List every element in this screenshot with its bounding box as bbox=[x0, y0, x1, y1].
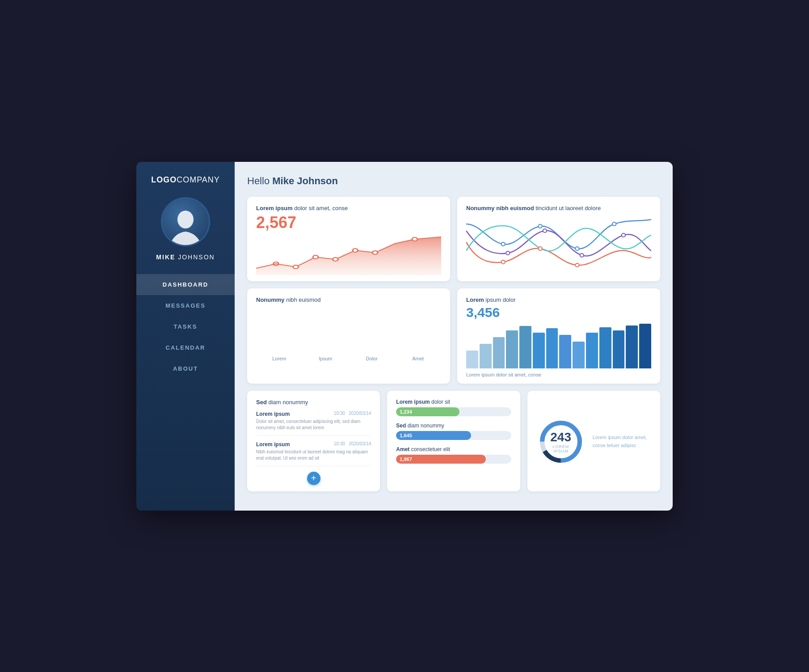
col-bar bbox=[559, 335, 571, 368]
col-bar bbox=[626, 325, 638, 368]
donut-description: Lorem ipsum dolor amet, conse tetuer adi… bbox=[593, 434, 651, 449]
card1-title-bold: Lorem ipsum bbox=[256, 205, 293, 211]
card5-title: Sed diam nonummy bbox=[256, 399, 371, 406]
svg-point-16 bbox=[501, 260, 505, 264]
prog-bar-fill-1: 1,234 bbox=[396, 407, 459, 416]
user-light: JOHNSON bbox=[175, 254, 215, 261]
list-item-text: Nibh euismod tincidunt ut laoreet dolore… bbox=[256, 449, 371, 461]
list-item-title: Lorem ipsum bbox=[256, 441, 290, 448]
mid-row: Nonummy nibh euismod bbox=[247, 288, 660, 384]
donut-number: 243 LOREM IPSUM bbox=[548, 430, 573, 453]
line-chart bbox=[466, 215, 651, 269]
svg-point-10 bbox=[575, 247, 579, 250]
svg-point-13 bbox=[543, 229, 547, 232]
bar-chart bbox=[256, 308, 441, 352]
card4-title-rest: ipsum dolor bbox=[484, 296, 516, 303]
sidebar-item-messages[interactable]: MESSAGES bbox=[136, 295, 235, 316]
svg-point-6 bbox=[372, 251, 378, 254]
prog-label-3: Amet consectetuer elit bbox=[396, 446, 511, 452]
sidebar-item-dashboard[interactable]: DASHBOARD bbox=[136, 274, 235, 295]
svg-point-18 bbox=[575, 263, 579, 267]
col-bar bbox=[573, 342, 585, 368]
card4-number: 3,456 bbox=[466, 305, 651, 320]
card-progress: Lorem ipsum dolor sit 1,234 Sed diam non… bbox=[387, 391, 520, 491]
bar-label-lorem: Lorem bbox=[256, 356, 303, 361]
card2-title-rest: tincidunt ut laoreet dolore bbox=[534, 205, 601, 211]
card3-title: Nonummy nibh euismod bbox=[256, 296, 441, 303]
logo-light: COMPANY bbox=[177, 175, 220, 184]
svg-point-15 bbox=[622, 233, 625, 237]
greeting: Hello Mike Johnson bbox=[247, 175, 660, 187]
col-bar bbox=[480, 344, 492, 368]
card-column-chart: Lorem ipsum dolor 3,456 bbox=[457, 288, 660, 384]
sidebar-item-tasks[interactable]: TASKS bbox=[136, 316, 235, 337]
avatar bbox=[161, 197, 210, 246]
card-list: Sed diam nonummy Lorem ipsum 10:30 2020/… bbox=[247, 391, 380, 491]
donut-sublabel: LOREM IPSUM bbox=[548, 444, 573, 453]
col-bar bbox=[546, 328, 558, 368]
bar-label-ipsum: Ipsum bbox=[303, 356, 349, 361]
svg-point-7 bbox=[412, 237, 417, 241]
svg-point-4 bbox=[333, 258, 338, 261]
prog-bar-fill-3: 1,967 bbox=[396, 455, 486, 464]
prog-bar-fill-2: 1,645 bbox=[396, 431, 471, 440]
card1-title-rest: dolor sit amet, conse bbox=[293, 205, 348, 211]
svg-point-3 bbox=[313, 255, 318, 259]
col-bar bbox=[493, 337, 505, 368]
bar-label-dolor: Dolor bbox=[349, 356, 395, 361]
list-item: Lorem ipsum 10:30 2020/03/14 Dolor sit a… bbox=[256, 411, 371, 436]
col-bar bbox=[599, 327, 611, 368]
list-item-header: Lorem ipsum 10:30 2020/03/14 bbox=[256, 441, 371, 448]
card4-subtitle: Lorem ipsum dolor sit amet, conse bbox=[466, 372, 651, 377]
svg-point-2 bbox=[293, 265, 299, 269]
card5-title-bold: Sed bbox=[256, 399, 267, 406]
card4-title: Lorem ipsum dolor bbox=[466, 296, 651, 303]
card3-title-rest: nibh euismod bbox=[285, 296, 321, 303]
greeting-prefix: Hello bbox=[247, 175, 272, 186]
svg-point-0 bbox=[177, 211, 194, 228]
nav-menu: DASHBOARD MESSAGES TASKS CALENDAR ABOUT bbox=[136, 274, 235, 379]
list-item-meta: 10:30 2020/03/14 bbox=[334, 411, 371, 417]
card2-title-bold: Nonummy nibh euismod bbox=[466, 205, 534, 211]
svg-point-11 bbox=[612, 222, 616, 226]
bar-label-amet: Amet bbox=[395, 356, 442, 361]
progress-item-1: Lorem ipsum dolor sit 1,234 bbox=[396, 399, 511, 416]
user-name: MIKE JOHNSON bbox=[156, 254, 215, 261]
col-bar bbox=[613, 330, 625, 368]
bar-labels: Lorem Ipsum Dolor Amet bbox=[256, 356, 441, 361]
list-item-title: Lorem ipsum bbox=[256, 411, 290, 417]
svg-point-14 bbox=[580, 254, 584, 257]
list-item-header: Lorem ipsum 10:30 2020/03/14 bbox=[256, 411, 371, 417]
prog-bar-bg-3: 1,967 bbox=[396, 455, 511, 464]
list-item-text: Dolor sit amet, consectetuer adipiscing … bbox=[256, 418, 371, 431]
card2-title: Nonummy nibh euismod tincidunt ut laoree… bbox=[466, 205, 651, 211]
col-bar bbox=[506, 330, 518, 368]
sidebar-item-calendar[interactable]: CALENDAR bbox=[136, 337, 235, 358]
col-bar bbox=[586, 333, 598, 368]
prog-label-2: Sed diam nonummy bbox=[396, 423, 511, 429]
column-chart bbox=[466, 324, 651, 368]
card1-title: Lorem ipsum dolor sit amet, conse bbox=[256, 205, 441, 211]
svg-point-5 bbox=[353, 249, 358, 252]
sidebar-item-about[interactable]: ABOUT bbox=[136, 358, 235, 379]
card-area-chart: Lorem ipsum dolor sit amet, conse 2,567 bbox=[247, 197, 450, 281]
list-item-meta: 10:30 2020/03/14 bbox=[334, 441, 371, 448]
add-button-wrap: + bbox=[256, 472, 371, 485]
card1-number: 2,567 bbox=[256, 213, 441, 232]
add-item-button[interactable]: + bbox=[307, 472, 320, 485]
area-chart bbox=[256, 235, 441, 275]
main-content: Hello Mike Johnson Lorem ipsum dolor sit… bbox=[235, 162, 673, 511]
logo-bold: LOGO bbox=[151, 175, 177, 184]
donut-big-number: 243 bbox=[548, 430, 573, 444]
prog-label-1: Lorem ipsum dolor sit bbox=[396, 399, 511, 405]
bottom-row: Sed diam nonummy Lorem ipsum 10:30 2020/… bbox=[247, 391, 660, 491]
progress-item-3: Amet consectetuer elit 1,967 bbox=[396, 446, 511, 464]
svg-point-17 bbox=[538, 247, 542, 250]
card4-title-bold: Lorem bbox=[466, 296, 484, 303]
card-bar-chart: Nonummy nibh euismod bbox=[247, 288, 450, 384]
app-wrapper: LOGOCOMPANY MIKE JOHNSON DASHBOARD MESSA… bbox=[136, 162, 673, 511]
logo-text: LOGOCOMPANY bbox=[151, 175, 220, 184]
sidebar: LOGOCOMPANY MIKE JOHNSON DASHBOARD MESSA… bbox=[136, 162, 235, 511]
user-bold: MIKE bbox=[156, 254, 175, 261]
col-bar bbox=[639, 324, 651, 368]
